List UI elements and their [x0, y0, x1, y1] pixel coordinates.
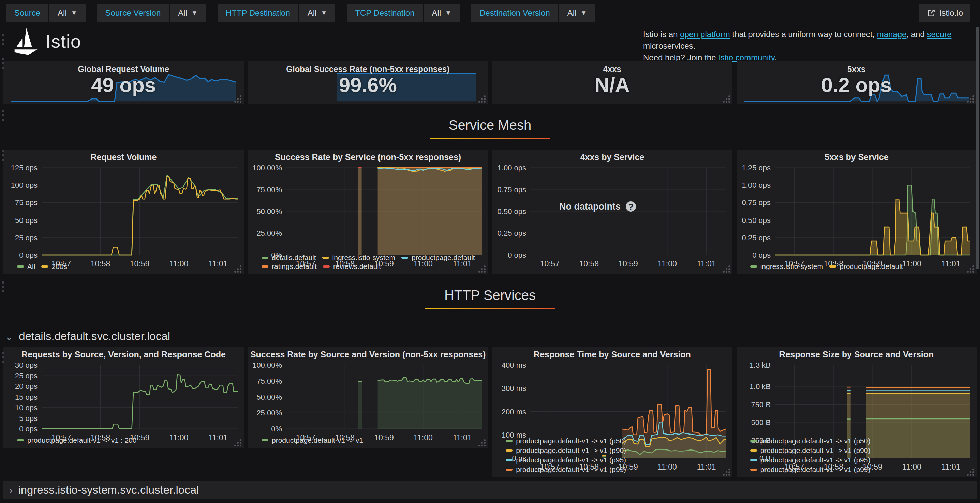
request-volume-chart[interactable]: 0 ops25 ops50 ops75 ops100 ops125 ops10:… [3, 163, 244, 262]
response-size-chart[interactable]: 0 B250 B500 B750 B1.0 kB1.3 kB10:5710:58… [737, 360, 977, 436]
panel-title[interactable]: 5xxs by Service [737, 149, 977, 163]
panel-title[interactable]: 4xxs by Service [492, 149, 732, 163]
panel-title[interactable]: Request Volume [3, 149, 244, 163]
svg-text:25.00%: 25.00% [256, 409, 282, 417]
legend-series-label: reviews.default [333, 262, 381, 271]
legend-series-label: 200s [51, 262, 67, 271]
5xxs-by-service-chart[interactable]: 0 ops0.25 ops0.50 ops0.75 ops1.00 ops1.2… [737, 163, 977, 262]
chevron-down-icon: ▼ [581, 9, 587, 17]
svg-text:0.75 ops: 0.75 ops [741, 198, 770, 207]
legend-item[interactable]: productpage.default-v1 -> v1 (p99) [750, 465, 870, 474]
legend-item[interactable]: productpage.default-v1 -> v1 : 200 [17, 436, 137, 444]
4xxs-by-service-chart[interactable]: 0 ops0.25 ops0.50 ops0.75 ops1.00 ops10:… [492, 163, 732, 270]
svg-text:0 ops: 0 ops [508, 251, 527, 259]
legend-item[interactable]: 200s [41, 262, 67, 271]
svg-text:0%: 0% [271, 425, 282, 433]
svg-text:?: ? [628, 202, 633, 211]
svg-text:11:00: 11:00 [658, 259, 677, 268]
svg-text:750 B: 750 B [751, 400, 771, 409]
panel-title[interactable]: Response Size by Source and Version [737, 347, 977, 360]
svg-text:15 ops: 15 ops [15, 393, 38, 401]
requests-by-source-chart[interactable]: 0 ops5 ops10 ops15 ops20 ops25 ops30 ops… [3, 360, 244, 436]
success-rate-by-source-chart[interactable]: 0%25.00%50.00%75.00%100.00%10:5710:5810:… [248, 360, 488, 436]
open-platform-link[interactable]: open platform [680, 30, 730, 39]
legend-item[interactable]: details.default [261, 254, 316, 262]
panel-request-volume: Request Volume 0 ops25 ops50 ops75 ops10… [3, 149, 244, 274]
resize-handle[interactable] [479, 265, 486, 273]
row-ingress-service[interactable]: › ingress.istio-system.svc.cluster.local [3, 481, 977, 499]
response-time-chart[interactable]: 0 ns100 ms200 ms300 ms400 ms10:5710:5810… [492, 360, 732, 436]
chevron-down-icon: ▼ [191, 9, 198, 17]
panel-title[interactable]: Success Rate by Source and Version (non-… [248, 347, 488, 360]
row-drag-handle[interactable] [2, 281, 5, 296]
var-source-select[interactable]: All▼ [49, 4, 85, 22]
legend-item[interactable]: productpage.default [401, 254, 475, 262]
stat-title[interactable]: Global Request Volume [3, 61, 244, 74]
legend-item[interactable]: productpage.default-v1 -> v1 [261, 436, 363, 444]
secure-link[interactable]: secure [927, 30, 951, 39]
legend: ingress.istio-systemproductpage.default [737, 262, 977, 272]
legend-item[interactable]: productpage.default-v1 -> v1 (p50) [506, 437, 626, 445]
row-drag-handle[interactable] [2, 352, 5, 366]
stat-title[interactable]: 4xxs [492, 61, 732, 74]
legend-item[interactable]: productpage.default-v1 -> v1 (p95) [506, 456, 626, 464]
legend-series-label: productpage.default [412, 254, 475, 262]
svg-text:100.00%: 100.00% [252, 361, 282, 370]
istio-io-link[interactable]: istio.io [919, 4, 970, 22]
legend-series-color [17, 439, 24, 441]
stat-title[interactable]: Global Success Rate (non-5xx responses) [248, 61, 488, 74]
resize-handle[interactable] [723, 468, 730, 476]
var-http-destination-select[interactable]: All▼ [299, 4, 335, 22]
var-source: Source All▼ [6, 4, 86, 22]
svg-text:0.25 ops: 0.25 ops [741, 233, 770, 242]
legend-series-color [323, 265, 330, 268]
istio-community-link[interactable]: Istio community [718, 53, 775, 62]
legend-series-color [261, 257, 268, 259]
svg-text:1.00 ops: 1.00 ops [741, 181, 770, 189]
var-source-version-label: Source Version [97, 4, 169, 22]
panel-title[interactable]: Success Rate by Service (non-5xx respons… [248, 149, 488, 163]
svg-text:0 ops: 0 ops [752, 251, 771, 259]
legend-item[interactable]: productpage.default [829, 262, 903, 271]
legend-item[interactable]: productpage.default-v1 -> v1 (p90) [506, 446, 626, 455]
stat-title[interactable]: 5xxs [737, 61, 977, 74]
resize-handle[interactable] [479, 439, 486, 446]
legend-item[interactable]: ratings.default [261, 262, 317, 271]
var-destination-version-select[interactable]: All▼ [559, 4, 595, 22]
legend-item[interactable]: productpage.default-v1 -> v1 (p50) [750, 437, 870, 445]
var-destination-version-label: Destination Version [471, 4, 558, 22]
panel-title[interactable]: Response Time by Source and Version [492, 347, 732, 360]
legend: productpage.default-v1 -> v1 [248, 436, 488, 446]
legend-item[interactable]: productpage.default-v1 -> v1 (p90) [750, 446, 870, 455]
legend-series-label: ratings.default [272, 262, 317, 271]
legend-item[interactable]: All [17, 262, 35, 271]
panel-title[interactable]: Requests by Source, Version, and Respons… [3, 347, 244, 360]
stats-row: Global Request Volume 49 ops Global Succ… [3, 61, 977, 104]
resize-handle[interactable] [967, 265, 975, 273]
row-details-service[interactable]: ⌄ details.default.svc.cluster.local [5, 328, 977, 344]
stat-value: N/A [492, 73, 732, 97]
var-tcp-destination-select[interactable]: All▼ [424, 4, 460, 22]
legend-series-color [41, 265, 48, 268]
legend-series-label: details.default [272, 254, 316, 262]
legend-series-color [750, 468, 757, 471]
success-rate-by-service-chart[interactable]: 0%25.00%50.00%75.00%100.00%10:5710:5810:… [248, 163, 488, 253]
row-drag-handle[interactable] [2, 34, 5, 48]
legend-item[interactable]: productpage.default-v1 -> v1 (p95) [750, 456, 870, 464]
resize-handle[interactable] [723, 265, 730, 273]
legend-item[interactable]: reviews.default [323, 262, 381, 271]
resize-handle[interactable] [234, 265, 242, 273]
manage-link[interactable]: manage [877, 30, 907, 39]
resize-handle[interactable] [967, 468, 975, 476]
chevron-down-icon: ⌄ [5, 330, 13, 343]
stat-global-success-rate: Global Success Rate (non-5xx responses) … [248, 61, 488, 104]
row-drag-handle[interactable] [2, 150, 5, 164]
row-drag-handle[interactable] [2, 110, 5, 124]
legend-item[interactable]: ingress.istio-system [322, 254, 395, 262]
legend-item[interactable]: productpage.default-v1 -> v1 (p99) [506, 465, 626, 474]
legend-series-label: productpage.default-v1 -> v1 (p50) [516, 437, 626, 445]
var-source-version-select[interactable]: All▼ [170, 4, 205, 22]
legend-item[interactable]: ingress.istio-system [750, 262, 823, 271]
svg-text:25 ops: 25 ops [15, 371, 38, 380]
resize-handle[interactable] [234, 439, 242, 446]
